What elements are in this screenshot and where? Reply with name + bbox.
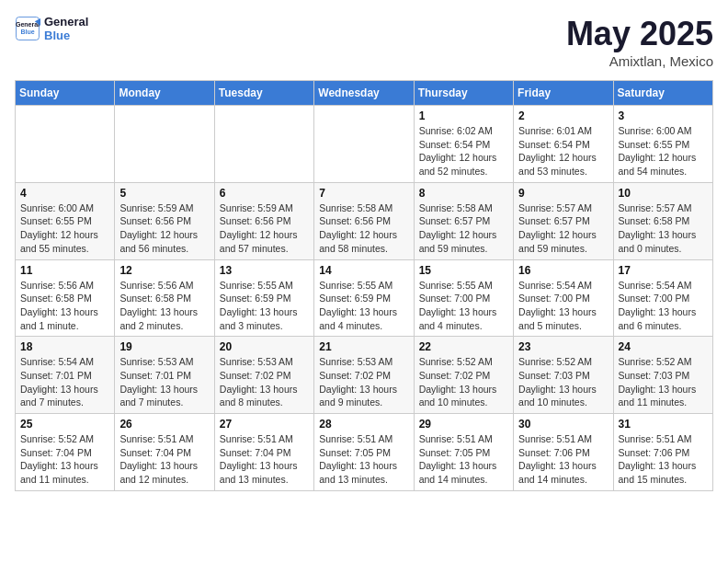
calendar-cell: 11Sunrise: 5:56 AM Sunset: 6:58 PM Dayli… [16, 259, 115, 337]
cell-day-number: 18 [20, 340, 109, 353]
cell-day-info: Sunrise: 5:59 AM Sunset: 6:56 PM Dayligh… [119, 201, 209, 256]
cell-day-info: Sunrise: 5:54 AM Sunset: 7:00 PM Dayligh… [619, 279, 708, 333]
calendar-cell: 8Sunrise: 5:58 AM Sunset: 6:57 PM Daylig… [414, 182, 513, 259]
calendar-week-row: 25Sunrise: 5:52 AM Sunset: 7:04 PM Dayli… [16, 414, 713, 491]
cell-day-number: 17 [619, 264, 708, 277]
calendar-cell: 20Sunrise: 5:53 AM Sunset: 7:02 PM Dayli… [214, 337, 313, 414]
cell-day-info: Sunrise: 6:02 AM Sunset: 6:54 PM Dayligh… [419, 124, 508, 178]
calendar-week-row: 1Sunrise: 6:02 AM Sunset: 6:54 PM Daylig… [16, 106, 713, 183]
cell-day-info: Sunrise: 6:01 AM Sunset: 6:54 PM Dayligh… [518, 124, 608, 178]
cell-day-number: 15 [419, 264, 508, 277]
cell-day-info: Sunrise: 5:51 AM Sunset: 7:05 PM Dayligh… [419, 432, 508, 487]
calendar-cell: 19Sunrise: 5:53 AM Sunset: 7:01 PM Dayli… [115, 337, 214, 414]
calendar-cell [16, 106, 115, 183]
calendar-cell: 31Sunrise: 5:51 AM Sunset: 7:06 PM Dayli… [613, 414, 712, 491]
calendar-cell: 29Sunrise: 5:51 AM Sunset: 7:05 PM Dayli… [414, 414, 513, 491]
calendar-cell: 14Sunrise: 5:55 AM Sunset: 6:59 PM Dayli… [314, 259, 414, 337]
calendar-cell: 4Sunrise: 6:00 AM Sunset: 6:55 PM Daylig… [16, 182, 115, 259]
calendar-cell: 30Sunrise: 5:51 AM Sunset: 7:06 PM Dayli… [514, 414, 613, 491]
cell-day-info: Sunrise: 5:58 AM Sunset: 6:56 PM Dayligh… [319, 201, 408, 256]
calendar-cell: 27Sunrise: 5:51 AM Sunset: 7:04 PM Dayli… [214, 414, 313, 491]
cell-day-info: Sunrise: 5:57 AM Sunset: 6:57 PM Dayligh… [518, 201, 608, 256]
cell-day-number: 11 [20, 264, 109, 277]
calendar-cell: 5Sunrise: 5:59 AM Sunset: 6:56 PM Daylig… [115, 182, 214, 259]
cell-day-number: 12 [119, 264, 209, 277]
calendar-cell: 22Sunrise: 5:52 AM Sunset: 7:02 PM Dayli… [414, 337, 513, 414]
calendar-cell: 26Sunrise: 5:51 AM Sunset: 7:04 PM Dayli… [115, 414, 214, 491]
cell-day-info: Sunrise: 6:00 AM Sunset: 6:55 PM Dayligh… [619, 124, 708, 178]
cell-day-info: Sunrise: 5:51 AM Sunset: 7:04 PM Dayligh… [119, 432, 209, 487]
logo: General Blue General Blue [15, 15, 88, 42]
calendar-cell: 7Sunrise: 5:58 AM Sunset: 6:56 PM Daylig… [314, 182, 414, 259]
cell-day-number: 25 [20, 418, 109, 431]
day-header-friday: Friday [514, 81, 613, 106]
day-header-saturday: Saturday [613, 81, 712, 106]
calendar-cell: 2Sunrise: 6:01 AM Sunset: 6:54 PM Daylig… [514, 106, 613, 183]
cell-day-info: Sunrise: 5:51 AM Sunset: 7:04 PM Dayligh… [220, 432, 309, 487]
cell-day-number: 20 [220, 340, 309, 353]
cell-day-number: 5 [119, 187, 209, 200]
cell-day-info: Sunrise: 5:56 AM Sunset: 6:58 PM Dayligh… [119, 279, 209, 333]
cell-day-number: 29 [419, 418, 508, 431]
logo-blue: Blue [44, 29, 88, 42]
cell-day-number: 8 [419, 187, 508, 200]
logo-icon: General Blue [15, 16, 40, 41]
cell-day-number: 9 [518, 187, 608, 200]
calendar-cell: 28Sunrise: 5:51 AM Sunset: 7:05 PM Dayli… [314, 414, 414, 491]
calendar-subtitle: Amixtlan, Mexico [566, 53, 713, 69]
cell-day-number: 19 [119, 340, 209, 353]
cell-day-info: Sunrise: 5:53 AM Sunset: 7:01 PM Dayligh… [119, 355, 209, 409]
cell-day-number: 23 [518, 340, 608, 353]
day-header-tuesday: Tuesday [214, 81, 313, 106]
calendar-cell: 12Sunrise: 5:56 AM Sunset: 6:58 PM Dayli… [115, 259, 214, 337]
cell-day-info: Sunrise: 5:52 AM Sunset: 7:03 PM Dayligh… [619, 355, 708, 409]
cell-day-info: Sunrise: 5:57 AM Sunset: 6:58 PM Dayligh… [619, 201, 708, 256]
cell-day-info: Sunrise: 5:53 AM Sunset: 7:02 PM Dayligh… [319, 355, 408, 409]
calendar-cell [115, 106, 214, 183]
svg-text:Blue: Blue [20, 29, 34, 35]
calendar-cell: 9Sunrise: 5:57 AM Sunset: 6:57 PM Daylig… [514, 182, 613, 259]
calendar-week-row: 18Sunrise: 5:54 AM Sunset: 7:01 PM Dayli… [16, 337, 713, 414]
day-header-thursday: Thursday [414, 81, 513, 106]
cell-day-number: 30 [518, 418, 608, 431]
cell-day-info: Sunrise: 5:54 AM Sunset: 7:01 PM Dayligh… [20, 355, 109, 409]
calendar-cell: 15Sunrise: 5:55 AM Sunset: 7:00 PM Dayli… [414, 259, 513, 337]
calendar-cell: 10Sunrise: 5:57 AM Sunset: 6:58 PM Dayli… [613, 182, 712, 259]
cell-day-number: 13 [220, 264, 309, 277]
calendar-cell [214, 106, 313, 183]
title-block: May 2025 Amixtlan, Mexico [566, 15, 713, 69]
cell-day-number: 22 [419, 340, 508, 353]
calendar-title: May 2025 [566, 15, 713, 53]
cell-day-number: 6 [220, 187, 309, 200]
calendar-table: SundayMondayTuesdayWednesdayThursdayFrid… [15, 80, 713, 491]
calendar-cell: 24Sunrise: 5:52 AM Sunset: 7:03 PM Dayli… [613, 337, 712, 414]
calendar-cell: 16Sunrise: 5:54 AM Sunset: 7:00 PM Dayli… [514, 259, 613, 337]
cell-day-number: 21 [319, 340, 408, 353]
calendar-week-row: 4Sunrise: 6:00 AM Sunset: 6:55 PM Daylig… [16, 182, 713, 259]
cell-day-number: 1 [419, 109, 508, 122]
cell-day-number: 10 [619, 187, 708, 200]
cell-day-number: 7 [319, 187, 408, 200]
calendar-cell: 21Sunrise: 5:53 AM Sunset: 7:02 PM Dayli… [314, 337, 414, 414]
cell-day-number: 2 [518, 109, 608, 122]
cell-day-info: Sunrise: 5:55 AM Sunset: 6:59 PM Dayligh… [319, 279, 408, 333]
calendar-cell: 18Sunrise: 5:54 AM Sunset: 7:01 PM Dayli… [16, 337, 115, 414]
cell-day-info: Sunrise: 6:00 AM Sunset: 6:55 PM Dayligh… [20, 201, 109, 256]
day-header-wednesday: Wednesday [314, 81, 414, 106]
cell-day-info: Sunrise: 5:59 AM Sunset: 6:56 PM Dayligh… [220, 201, 309, 256]
calendar-cell: 25Sunrise: 5:52 AM Sunset: 7:04 PM Dayli… [16, 414, 115, 491]
cell-day-number: 24 [619, 340, 708, 353]
cell-day-number: 27 [220, 418, 309, 431]
cell-day-number: 16 [518, 264, 608, 277]
cell-day-number: 26 [119, 418, 209, 431]
calendar-cell: 13Sunrise: 5:55 AM Sunset: 6:59 PM Dayli… [214, 259, 313, 337]
cell-day-info: Sunrise: 5:52 AM Sunset: 7:03 PM Dayligh… [518, 355, 608, 409]
cell-day-number: 28 [319, 418, 408, 431]
cell-day-info: Sunrise: 5:54 AM Sunset: 7:00 PM Dayligh… [518, 279, 608, 333]
cell-day-info: Sunrise: 5:55 AM Sunset: 6:59 PM Dayligh… [220, 279, 309, 333]
calendar-header-row: SundayMondayTuesdayWednesdayThursdayFrid… [16, 81, 713, 106]
cell-day-info: Sunrise: 5:58 AM Sunset: 6:57 PM Dayligh… [419, 201, 508, 256]
calendar-cell: 17Sunrise: 5:54 AM Sunset: 7:00 PM Dayli… [613, 259, 712, 337]
day-header-monday: Monday [115, 81, 214, 106]
cell-day-info: Sunrise: 5:53 AM Sunset: 7:02 PM Dayligh… [220, 355, 309, 409]
